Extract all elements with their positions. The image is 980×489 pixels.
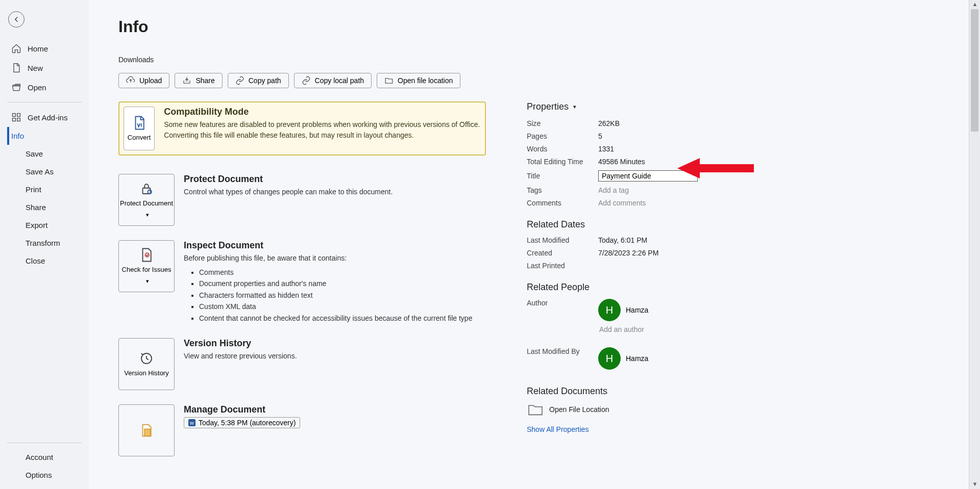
svg-text:W: W [190,420,194,425]
upload-label: Upload [139,76,162,85]
nav-options[interactable]: Options [7,466,82,484]
inspect-item: Characters formatted as hidden text [199,290,472,301]
open-file-location-button[interactable]: Open file location [377,73,460,88]
home-icon [11,43,21,54]
author-person[interactable]: H Hamza [598,299,772,321]
share-icon [182,76,191,85]
modified-by-person[interactable]: H Hamza [598,347,772,370]
prop-tags-label: Tags [527,186,598,194]
related-people-header: Related People [527,282,772,293]
nav-get-addins[interactable]: Get Add-ins [7,108,82,127]
nav-share[interactable]: Share [7,198,82,216]
nav-new[interactable]: New [7,58,82,78]
add-author-link[interactable]: Add an author [599,325,772,333]
svg-rect-4 [143,188,151,194]
prop-pages-label: Pages [527,132,598,140]
vertical-scrollbar[interactable]: ▲ ▼ [969,0,980,489]
svg-rect-3 [17,118,20,121]
prop-comments-label: Comments [527,199,598,207]
prop-title-label: Title [527,172,598,180]
copy-local-path-button[interactable]: Copy local path [294,73,372,88]
created-value: 7/28/2023 2:26 PM [598,249,772,257]
nav-export[interactable]: Export [7,216,82,234]
nav-home[interactable]: Home [7,39,82,58]
version-history-button[interactable]: Version History [118,338,175,390]
add-tag-field[interactable]: Add a tag [598,186,772,194]
inspect-item: Comments [199,267,472,278]
add-comments-field[interactable]: Add comments [598,199,772,207]
nav-account[interactable]: Account [7,448,82,466]
nav-info[interactable]: Info [7,127,82,145]
share-label: Share [195,76,214,85]
chevron-down-icon: ▾ [573,104,576,110]
nav-print-label: Print [26,185,41,194]
show-all-properties-link[interactable]: Show All Properties [527,425,772,433]
nav-save-as[interactable]: Save As [7,163,82,181]
svg-rect-1 [17,114,20,117]
protect-document-button[interactable]: Protect Document▾ [118,174,175,226]
scroll-thumb[interactable] [971,9,978,132]
nav-separator-bottom [7,443,82,443]
inspect-list: Comments Document properties and author'… [199,267,472,324]
history-icon [139,351,154,366]
chevron-down-icon: ▾ [146,211,149,218]
inspect-doc-icon [139,247,154,263]
nav-print[interactable]: Print [7,181,82,198]
file-actions-bar: Upload Share Copy path Copy local path O… [118,73,980,88]
properties-dropdown[interactable]: Properties ▾ [527,101,772,112]
modified-by-name: Hamza [626,354,648,363]
nav-open-label: Open [28,83,46,92]
last-printed-label: Last Printed [527,262,598,270]
nav-close-label: Close [26,256,45,265]
nav-open[interactable]: Open [7,78,82,97]
nav-new-label: New [28,64,43,72]
nav-close[interactable]: Close [7,252,82,270]
inspect-document-card: Check for Issues▾ Inspect Document Befor… [118,240,486,324]
copy-path-button[interactable]: Copy path [228,73,289,88]
nav-save[interactable]: Save [7,145,82,163]
share-button[interactable]: Share [175,73,222,88]
properties-header-label: Properties [527,101,569,112]
nav-separator [7,102,82,102]
protect-body: Control what types of changes people can… [184,187,393,197]
lock-icon [139,181,154,196]
addins-icon [11,112,21,122]
inspect-item: Document properties and author's name [199,278,472,289]
autorecovery-entry[interactable]: W Today, 5:38 PM (autorecovery) [184,417,300,428]
nav-save-label: Save [26,149,43,158]
check-issues-label: Check for Issues [122,266,172,274]
manage-document-button[interactable] [118,404,175,456]
upload-button[interactable]: Upload [118,73,169,88]
nav-share-label: Share [26,203,46,212]
open-file-location-link[interactable]: Open File Location [527,403,772,416]
prop-pages-value: 5 [598,132,772,140]
manage-doc-icon [139,423,154,438]
prop-words-label: Words [527,145,598,153]
inspect-lead: Before publishing this file, be aware th… [184,253,472,264]
compat-heading: Compatibility Mode [164,107,481,117]
nav-saveas-label: Save As [26,167,54,176]
nav-account-label: Account [26,453,53,461]
convert-label: Convert [128,134,151,142]
nav-transform[interactable]: Transform [7,234,82,252]
back-button[interactable] [8,11,24,28]
inspect-item: Content that cannot be checked for acces… [199,313,472,324]
version-body: View and restore previous versions. [184,351,297,362]
convert-button[interactable]: Convert [124,107,155,150]
modified-by-label: Last Modified By [527,347,598,355]
prop-size-value: 262KB [598,119,772,127]
upload-icon [126,76,135,85]
related-documents-header: Related Documents [527,386,772,397]
scroll-up-icon[interactable]: ▲ [971,1,978,8]
new-doc-icon [11,63,21,73]
back-arrow-icon [12,15,21,24]
scroll-down-icon[interactable]: ▼ [971,481,978,488]
protect-heading: Protect Document [184,174,393,185]
last-modified-value: Today, 6:01 PM [598,236,772,244]
created-label: Created [527,249,598,257]
check-issues-button[interactable]: Check for Issues▾ [118,240,175,292]
prop-size-label: Size [527,119,598,127]
link-icon [302,76,311,85]
properties-panel: Properties ▾ Size 262KB Pages 5 Words 13… [527,101,772,471]
inspect-item: Custom XML data [199,301,472,312]
